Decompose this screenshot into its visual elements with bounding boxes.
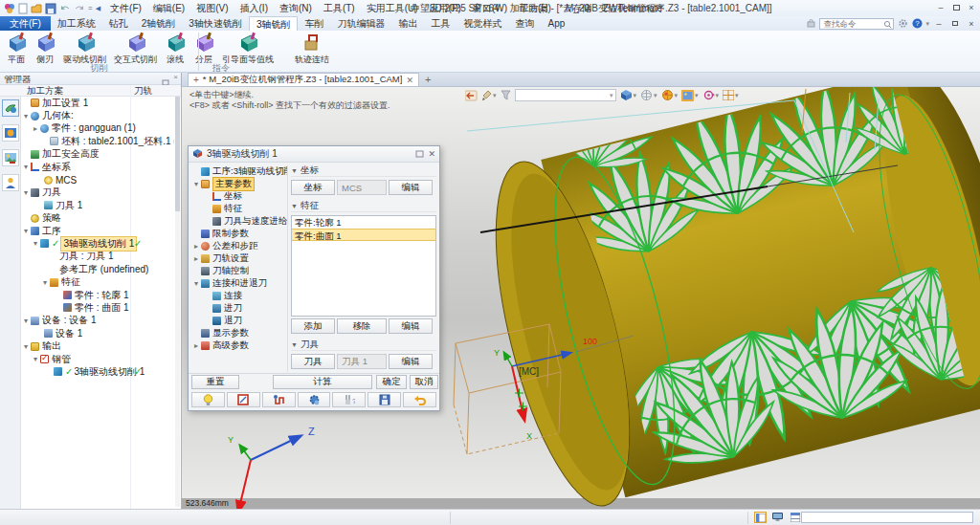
- tree-item-setup[interactable]: 加工设置 1: [21, 97, 174, 109]
- tree-item-output-op[interactable]: ✓3轴驱动线切削 1✓: [21, 365, 174, 378]
- window-layout-icon[interactable]: [789, 512, 801, 523]
- document-tab[interactable]: + * M_20iB变位机钢管程序.Z3 - [table2.1001_CAM]…: [188, 73, 419, 86]
- redo-icon[interactable]: [74, 4, 85, 13]
- background-image-icon[interactable]: ▾: [681, 90, 699, 101]
- nav-tolerance-step[interactable]: ▸公差和步距: [191, 240, 287, 252]
- ribbon-button-layering[interactable]: 分层: [189, 32, 218, 66]
- menu-file[interactable]: 文件(F): [104, 0, 147, 16]
- feature-add-button[interactable]: 添加: [291, 318, 335, 334]
- tree-item-op-tool[interactable]: 刀具 : 刀具 1: [21, 251, 174, 263]
- customize-toolbar-icon[interactable]: =: [88, 4, 93, 12]
- reset-button[interactable]: 重置: [191, 375, 239, 389]
- menu-view[interactable]: 视图(V): [190, 0, 234, 16]
- nav-link[interactable]: 连接: [191, 290, 287, 302]
- ribbon-button-guide-isoline[interactable]: 引导面等值线: [218, 32, 278, 66]
- nav-advanced-params[interactable]: ▸高级参数: [191, 339, 287, 352]
- tab-visual-style[interactable]: 视觉样式: [457, 16, 508, 31]
- display-mode-icon[interactable]: ▾: [640, 89, 657, 101]
- nav-limit-params[interactable]: 限制参数: [191, 228, 287, 240]
- compute-gear-button[interactable]: [298, 392, 331, 407]
- hint-bulb-button[interactable]: [191, 392, 225, 407]
- toolpath-preview-button[interactable]: [262, 392, 296, 407]
- doc-restore-button[interactable]: [948, 17, 962, 30]
- tree-item-machine1[interactable]: 设备 1: [21, 327, 174, 339]
- layout-icon[interactable]: ▾: [723, 90, 739, 100]
- doc-close-button[interactable]: ×: [965, 17, 978, 30]
- tab-3axis-milling[interactable]: 3轴铣削: [249, 16, 299, 31]
- operation-dialog[interactable]: 3轴驱动线切削 1 ✕ 工序:3轴驱动线切削 ▾主要参数 坐标 特征 刀具与速度…: [188, 145, 440, 411]
- feature-section-header[interactable]: ▼特征: [291, 201, 436, 212]
- calculate-button[interactable]: 计算: [273, 375, 372, 389]
- tool-query-button[interactable]: ?: [332, 392, 366, 407]
- coordinate-edit-button[interactable]: 编辑: [389, 180, 433, 195]
- tool-section-header[interactable]: ▼刀具: [291, 339, 436, 351]
- dialog-float-icon[interactable]: [415, 149, 424, 160]
- tab-machining-system[interactable]: 加工系统: [51, 16, 102, 31]
- open-file-icon[interactable]: [31, 3, 42, 14]
- ribbon-button-plane[interactable]: 平面: [2, 32, 31, 66]
- nav-toolpath-settings[interactable]: ▸刀轨设置: [191, 252, 287, 265]
- collapse-icon[interactable]: ◀: [96, 5, 100, 12]
- filter-icon[interactable]: [501, 90, 511, 100]
- tab-output[interactable]: 输出: [391, 16, 424, 31]
- chevron-icon[interactable]: ▾: [21, 188, 31, 197]
- ribbon-button-side-edge[interactable]: 侧刃: [31, 32, 59, 66]
- ok-button[interactable]: 确定: [376, 375, 407, 389]
- tree-item-output[interactable]: ▾输出: [21, 339, 174, 352]
- ribbon-button-drive-curve-cut[interactable]: 驱动线切削: [59, 32, 110, 66]
- nav-links-leads[interactable]: ▾连接和进退刀: [191, 277, 287, 290]
- menu-inquire[interactable]: 查询(N): [274, 0, 318, 16]
- feature-list-item[interactable]: 零件:轮廓 1: [292, 216, 435, 229]
- render-mode-icon[interactable]: ▾: [661, 89, 679, 101]
- filter-combobox[interactable]: ▾: [515, 89, 616, 101]
- tree-scrollbar-thumb[interactable]: [175, 97, 180, 211]
- view-cube-icon[interactable]: ▾: [620, 89, 637, 101]
- cam-manager-tab-icon[interactable]: [2, 99, 19, 117]
- tab-inquire[interactable]: 查询: [508, 16, 541, 31]
- nav-main-params[interactable]: ▾主要参数: [191, 178, 287, 190]
- tab-turning[interactable]: 车削: [298, 16, 330, 31]
- cancel-button[interactable]: 取消: [410, 375, 438, 389]
- chevron-icon[interactable]: ▸: [31, 124, 40, 133]
- chevron-icon[interactable]: ▾: [31, 239, 40, 248]
- tree-item-feature-surface[interactable]: 零件 : 曲面 1: [21, 301, 174, 314]
- menu-tools[interactable]: 工具(T): [318, 0, 361, 16]
- tree-item-strategy[interactable]: 策略: [21, 212, 174, 225]
- feature-list-item[interactable]: 零件:曲面 1: [292, 229, 435, 241]
- nav-tool-feeds[interactable]: 刀具与速度进给: [191, 215, 287, 228]
- tree-item-tool1[interactable]: 刀具 1: [21, 199, 174, 211]
- tab-2axis-milling[interactable]: 2轴铣削: [135, 16, 183, 31]
- dialog-title-bar[interactable]: 3轴驱动线切削 1 ✕: [189, 146, 439, 163]
- nav-coordinate[interactable]: 坐标: [191, 190, 287, 203]
- tab-3axis-quick-milling[interactable]: 3轴快速铣削: [182, 16, 249, 31]
- tree-item-frames[interactable]: ▾坐标系: [21, 161, 174, 173]
- minimize-button[interactable]: –: [934, 1, 947, 13]
- doc-minimize-button[interactable]: –: [932, 17, 946, 30]
- chevron-icon[interactable]: ▾: [21, 317, 31, 325]
- pin-icon[interactable]: [805, 18, 816, 30]
- tree-item-tools[interactable]: ▾刀具: [21, 186, 174, 199]
- feature-list[interactable]: 零件:轮廓 1 零件:曲面 1: [291, 215, 436, 317]
- edit-note-button[interactable]: [227, 392, 260, 407]
- help-icon[interactable]: ?: [911, 18, 923, 30]
- save-params-button[interactable]: [368, 392, 401, 407]
- tree-item-feature-profile[interactable]: 零件 : 轮廓 1: [21, 289, 174, 301]
- tree-item-stock[interactable]: 坯料 : table2.1001_坯料.1 (2): [21, 135, 174, 147]
- help-dropdown-icon[interactable]: ▾: [925, 20, 929, 28]
- undo-icon[interactable]: [59, 4, 71, 13]
- tree-item-output-gangguan[interactable]: ▾钢管: [21, 353, 174, 365]
- save-icon[interactable]: [45, 3, 56, 14]
- tree-item-features[interactable]: ▾特征: [21, 275, 174, 288]
- tree-item-operation-drive-cut[interactable]: ▾✓3轴驱动线切削 1✓: [21, 237, 174, 250]
- tree-item-mcs[interactable]: MCS: [21, 173, 174, 186]
- tree-item-machine[interactable]: ▾设备 : 设备 1: [21, 315, 174, 327]
- tab-drilling[interactable]: 钻孔: [102, 16, 135, 31]
- chevron-icon[interactable]: ▾: [21, 112, 31, 120]
- visualize-tab-icon[interactable]: [2, 149, 19, 166]
- nav-lead-out[interactable]: 退刀: [191, 315, 287, 327]
- tree-item-safe-height[interactable]: 加工安全高度: [21, 148, 174, 161]
- tool-edit-button[interactable]: 编辑: [389, 354, 433, 369]
- menu-edit[interactable]: 编辑(E): [147, 0, 190, 16]
- nav-lead-in[interactable]: 进刀: [191, 302, 287, 315]
- brush-style-icon[interactable]: ▾: [481, 90, 497, 101]
